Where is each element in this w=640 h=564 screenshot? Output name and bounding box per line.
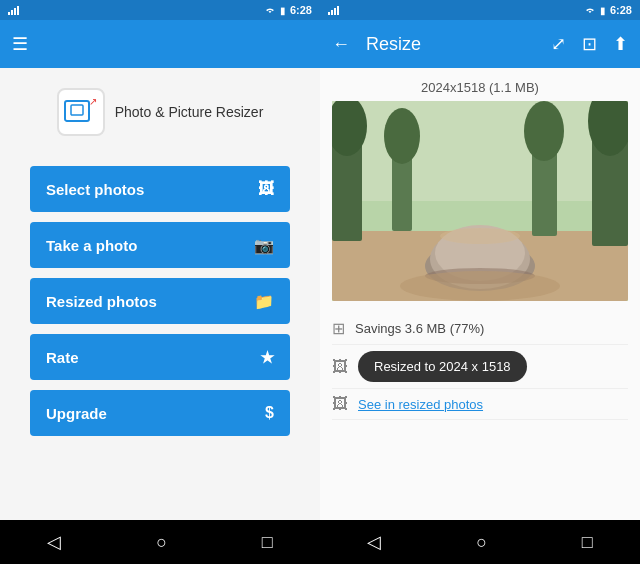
- wifi-icon: [264, 5, 276, 15]
- resize-tooltip: Resized to 2024 x 1518: [358, 351, 527, 382]
- upgrade-button[interactable]: Upgrade $: [30, 390, 290, 436]
- svg-point-21: [524, 101, 564, 161]
- see-resized-link[interactable]: See in resized photos: [358, 397, 483, 412]
- right-status-time: 6:28: [610, 4, 632, 16]
- left-header: ☰: [0, 20, 320, 68]
- take-photo-icon: 📷: [254, 236, 274, 255]
- home-button[interactable]: ○: [156, 532, 167, 553]
- image-dimensions: 2024x1518 (1.1 MB): [332, 80, 628, 95]
- take-photo-label: Take a photo: [46, 237, 137, 254]
- svg-point-27: [440, 228, 520, 244]
- right-battery-icon: ▮: [600, 5, 606, 16]
- back-arrow-icon[interactable]: ←: [332, 34, 350, 55]
- resized-photos-label: Resized photos: [46, 293, 157, 310]
- savings-text: Savings 3.6 MB (77%): [355, 321, 484, 336]
- select-photos-button[interactable]: Select photos 🖼: [30, 166, 290, 212]
- select-photos-label: Select photos: [46, 181, 144, 198]
- right-signal-icon: [328, 5, 342, 15]
- savings-row: ⊞ Savings 3.6 MB (77%): [332, 313, 628, 345]
- rate-icon: ★: [260, 348, 274, 367]
- app-logo-area: ↗ Photo & Picture Resizer: [57, 88, 264, 136]
- right-wifi-icon: [584, 5, 596, 15]
- fullscreen-icon[interactable]: ⤢: [551, 33, 566, 55]
- back-button[interactable]: ◁: [47, 531, 61, 553]
- upgrade-icon: $: [265, 404, 274, 422]
- signal-icon: [8, 5, 22, 15]
- svg-rect-5: [71, 105, 83, 115]
- resize-title: Resize: [366, 34, 535, 55]
- see-resized-row[interactable]: 🖼 See in resized photos: [332, 389, 628, 420]
- resize-small-icon: 🖼: [332, 358, 348, 376]
- photo-preview: [332, 101, 628, 301]
- battery-icon: ▮: [280, 5, 286, 16]
- left-nav-bar: ◁ ○ □: [0, 520, 320, 564]
- recent-button[interactable]: □: [262, 532, 273, 553]
- rate-label: Rate: [46, 349, 79, 366]
- right-header: ← Resize ⤢ ⊡ ⬆: [320, 20, 640, 68]
- folder-icon: 🖼: [332, 395, 348, 413]
- right-home-button[interactable]: ○: [476, 532, 487, 553]
- svg-rect-7: [328, 12, 330, 15]
- svg-rect-1: [11, 10, 13, 15]
- svg-rect-10: [337, 6, 339, 15]
- svg-rect-3: [17, 6, 19, 15]
- crop-icon[interactable]: ⊡: [582, 33, 597, 55]
- svg-point-19: [384, 108, 420, 164]
- right-recent-button[interactable]: □: [582, 532, 593, 553]
- hamburger-menu[interactable]: ☰: [12, 33, 28, 55]
- rate-button[interactable]: Rate ★: [30, 334, 290, 380]
- svg-rect-2: [14, 8, 16, 15]
- svg-rect-0: [8, 12, 10, 15]
- savings-icon: ⊞: [332, 319, 345, 338]
- park-scene-svg: [332, 101, 628, 301]
- svg-point-26: [400, 271, 560, 301]
- left-status-bar: ▮ 6:28: [0, 0, 320, 20]
- take-photo-button[interactable]: Take a photo 📷: [30, 222, 290, 268]
- resized-photos-button[interactable]: Resized photos 📁: [30, 278, 290, 324]
- svg-rect-9: [334, 8, 336, 15]
- upgrade-label: Upgrade: [46, 405, 107, 422]
- right-body: 2024x1518 (1.1 MB): [320, 68, 640, 520]
- resized-photos-icon: 📁: [254, 292, 274, 311]
- right-status-bar: ▮ 6:28: [320, 0, 640, 20]
- status-time: 6:28: [290, 4, 312, 16]
- tooltip-row: 🖼 Resized to 2024 x 1518: [332, 345, 628, 389]
- svg-rect-4: [65, 101, 89, 121]
- svg-rect-12: [332, 101, 628, 201]
- select-photos-icon: 🖼: [258, 180, 274, 198]
- svg-text:↗: ↗: [89, 97, 97, 107]
- svg-rect-8: [331, 10, 333, 15]
- right-back-button[interactable]: ◁: [367, 531, 381, 553]
- left-body: ↗ Photo & Picture Resizer Select photos …: [0, 68, 320, 520]
- app-name: Photo & Picture Resizer: [115, 104, 264, 120]
- app-logo-svg: ↗: [63, 97, 99, 127]
- share-icon[interactable]: ⬆: [613, 33, 628, 55]
- right-nav-bar: ◁ ○ □: [320, 520, 640, 564]
- app-icon: ↗: [57, 88, 105, 136]
